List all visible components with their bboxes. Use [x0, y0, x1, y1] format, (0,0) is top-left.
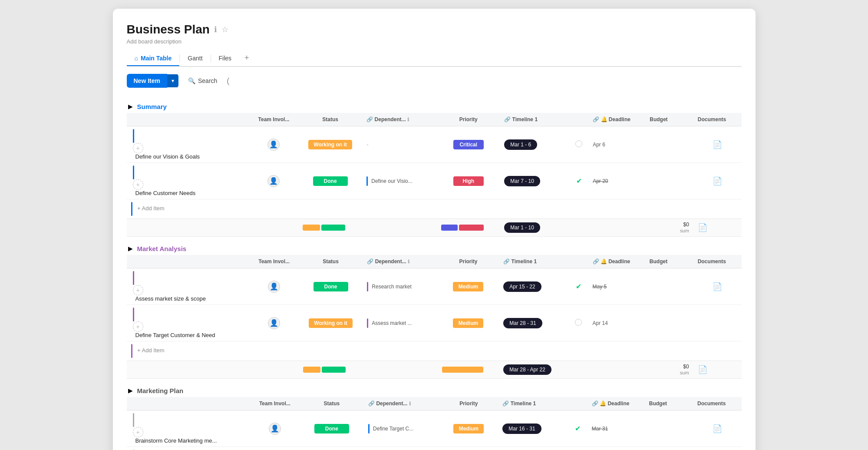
col-header-budget[interactable]: Budget — [645, 255, 693, 268]
col-header-status[interactable]: Status — [299, 255, 363, 268]
dependency-cell[interactable]: Brainstorm Cor... — [364, 447, 439, 450]
col-header-documents[interactable]: Documents — [693, 397, 741, 410]
col-header-deadline[interactable]: 🔗 🔔 Deadline — [588, 113, 645, 126]
add-person-button[interactable]: + — [133, 427, 143, 437]
add-person-button[interactable]: + — [133, 321, 143, 332]
timeline-badge[interactable]: Mar 1 - 6 — [504, 139, 537, 150]
item-name[interactable]: Brainstorm Core Marketing me... — [135, 437, 217, 444]
add-item-cell[interactable]: + Add Item — [127, 199, 742, 219]
dependency-cell[interactable]: Define Target C... — [364, 410, 439, 447]
tab-main-table[interactable]: ⌂ Main Table — [127, 51, 180, 66]
timeline-cell[interactable]: Mar 28 - 31 — [499, 305, 569, 341]
tab-add-button[interactable]: + — [239, 50, 254, 66]
item-name[interactable]: Define Customer Needs — [135, 190, 196, 196]
item-name[interactable]: Define Target Customer & Need — [135, 332, 215, 338]
timeline-cell[interactable]: Mar 1 - 6 — [500, 126, 569, 163]
priority-badge[interactable]: High — [453, 176, 484, 186]
col-header-priority[interactable]: Priority — [438, 255, 499, 268]
section-title-market[interactable]: Market Analysis — [137, 245, 187, 252]
col-header-dep[interactable]: 🔗 Dependent... ℹ — [364, 397, 439, 410]
timeline-badge[interactable]: Mar 7 - 10 — [504, 176, 540, 186]
col-header-budget[interactable]: Budget — [645, 397, 693, 410]
priority-cell[interactable]: Medium — [439, 410, 498, 447]
col-header-budget[interactable]: Budget — [645, 113, 693, 126]
status-badge[interactable]: Working on it — [309, 318, 352, 328]
col-header-status[interactable]: Status — [300, 397, 364, 410]
tab-files[interactable]: Files — [211, 51, 240, 66]
timeline-badge[interactable]: Mar 28 - 31 — [503, 318, 542, 328]
section-title-marketing[interactable]: Marketing Plan — [137, 387, 184, 394]
status-cell[interactable]: Done — [300, 447, 364, 450]
col-header-priority[interactable]: Priority — [439, 397, 498, 410]
section-title-summary[interactable]: Summary — [137, 103, 167, 110]
priority-cell[interactable]: Medium — [438, 268, 499, 305]
add-item-row[interactable]: + Add Item — [127, 341, 742, 361]
add-item-row[interactable]: + Add Item — [127, 199, 742, 219]
new-item-button[interactable]: New Item — [127, 74, 167, 88]
col-header-dep[interactable]: 🔗 Dependent... ℹ — [362, 113, 437, 126]
item-name[interactable]: Assess market size & scope — [135, 295, 206, 302]
tab-gantt[interactable]: Gantt — [180, 51, 210, 66]
section-toggle-summary[interactable]: ▶ — [127, 103, 135, 110]
col-header-timeline[interactable]: 🔗 Timeline 1 — [499, 255, 569, 268]
status-cell[interactable]: Working on it — [299, 305, 363, 341]
col-header-documents[interactable]: Documents — [693, 255, 742, 268]
new-item-dropdown-button[interactable]: ▾ — [167, 74, 178, 87]
col-header-team[interactable]: Team Invol... — [250, 255, 299, 268]
status-cell[interactable]: Done — [298, 163, 362, 199]
document-icon[interactable]: 📄 — [713, 424, 722, 433]
status-badge[interactable]: Done — [314, 282, 348, 291]
priority-cell[interactable]: High — [439, 447, 498, 450]
status-badge[interactable]: Done — [313, 176, 348, 186]
extra-options[interactable]: ( — [227, 76, 229, 86]
document-icon[interactable]: 📄 — [713, 140, 722, 149]
col-header-dep[interactable]: 🔗 Dependent... ℹ — [363, 255, 437, 268]
priority-badge[interactable]: Critical — [453, 140, 484, 149]
status-cell[interactable]: Done — [300, 410, 364, 447]
col-header-team[interactable]: Team Invol... — [249, 113, 298, 126]
timeline-badge[interactable]: Apr 15 - 22 — [503, 281, 541, 292]
timeline-cell[interactable]: Mar 7 - 10 — [500, 163, 569, 199]
col-header-priority[interactable]: Priority — [437, 113, 500, 126]
info-icon[interactable]: ℹ — [214, 25, 217, 34]
star-icon[interactable]: ☆ — [221, 25, 228, 34]
add-person-button[interactable]: + — [133, 285, 143, 295]
col-header-deadline[interactable]: 🔗 🔔 Deadline — [588, 255, 645, 268]
status-badge[interactable]: Working on it — [308, 140, 352, 149]
timeline-badge[interactable]: Mar 16 - 31 — [502, 424, 541, 434]
document-icon[interactable]: 📄 — [713, 177, 722, 185]
priority-cell[interactable]: High — [437, 163, 500, 199]
document-icon[interactable]: 📄 — [713, 282, 722, 291]
col-header-documents[interactable]: Documents — [693, 113, 742, 126]
section-toggle-market[interactable]: ▶ — [127, 245, 135, 252]
summary-deadline-col — [588, 361, 645, 379]
priority-badge[interactable]: Medium — [453, 282, 483, 291]
item-name[interactable]: Define our Vision & Goals — [135, 153, 200, 160]
status-cell[interactable]: Working on it — [298, 126, 362, 163]
col-header-timeline[interactable]: 🔗 Timeline 1 — [498, 397, 568, 410]
dependency-cell[interactable]: Define our Visio... — [362, 163, 437, 199]
col-header-team[interactable]: Team Invol... — [250, 397, 300, 410]
timeline-cell[interactable]: Mar 16 - 31 — [498, 410, 568, 447]
search-button[interactable]: 🔍 Search — [184, 75, 221, 87]
dependency-cell[interactable]: Assess market ... — [363, 305, 437, 341]
dependency-cell[interactable]: Research market — [363, 268, 437, 305]
col-header-timeline[interactable]: 🔗 Timeline 1 — [500, 113, 569, 126]
col-header-status[interactable]: Status — [298, 113, 362, 126]
section-toggle-marketing[interactable]: ▶ — [127, 387, 135, 394]
dependency-cell[interactable]: - — [362, 126, 437, 163]
add-item-cell[interactable]: + Add Item — [127, 341, 742, 361]
status-badge[interactable]: Done — [314, 424, 349, 433]
priority-cell[interactable]: Critical — [437, 126, 500, 163]
priority-cell[interactable]: Medium — [438, 305, 499, 341]
timeline-cell[interactable]: Apr 15 - 22 — [499, 268, 569, 305]
status-cell[interactable]: Done — [299, 268, 363, 305]
add-person-button[interactable]: + — [133, 143, 143, 153]
board-description[interactable]: Add board description — [127, 38, 742, 45]
priority-badge[interactable]: Medium — [453, 318, 483, 328]
col-header-deadline[interactable]: 🔗 🔔 Deadline — [587, 397, 645, 410]
timeline-cell[interactable]: Apr 7 - 21 — [498, 447, 568, 450]
status-bar-segment — [303, 367, 320, 373]
add-person-button[interactable]: + — [133, 179, 143, 190]
priority-badge[interactable]: Medium — [453, 424, 484, 433]
